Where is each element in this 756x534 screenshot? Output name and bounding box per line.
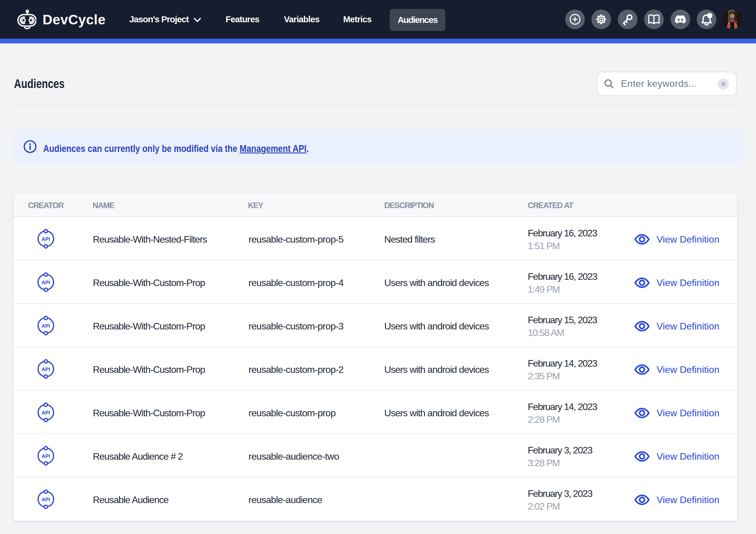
svg-text:API: API [42,236,50,242]
svg-text:API: API [42,367,50,372]
svg-text:API: API [42,410,50,416]
svg-text:API: API [42,453,50,459]
svg-text:API: API [42,323,50,329]
svg-text:API: API [42,497,50,502]
svg-text:API: API [42,280,50,286]
